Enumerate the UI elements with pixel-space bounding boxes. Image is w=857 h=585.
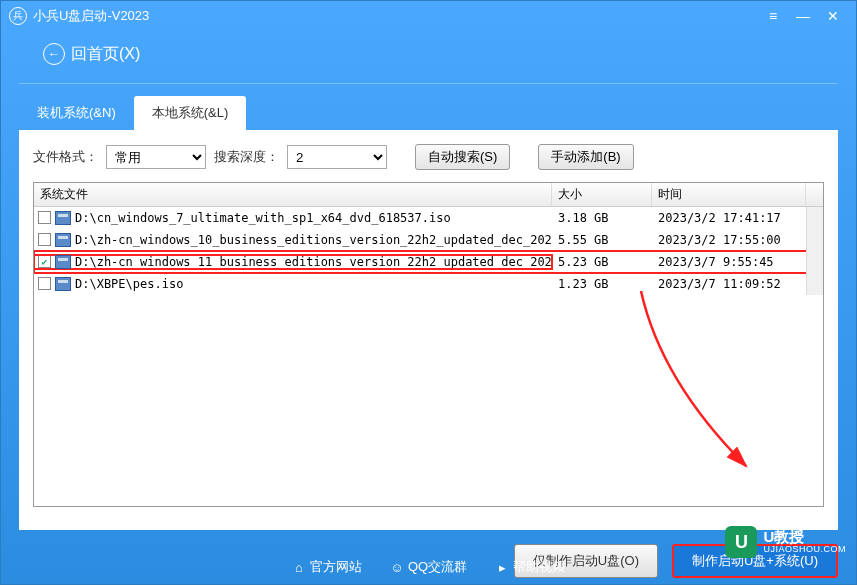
- scrollbar[interactable]: [806, 207, 823, 295]
- menu-icon[interactable]: ≡: [758, 1, 788, 31]
- video-icon: ▸: [495, 560, 509, 574]
- col-scroll-gutter: [806, 183, 823, 206]
- col-time[interactable]: 时间: [652, 183, 806, 206]
- qq-group-link[interactable]: ☺QQ交流群: [390, 558, 467, 576]
- back-button[interactable]: ← 回首页(X): [19, 31, 838, 84]
- file-time: 2023/3/2 17:55:00: [652, 233, 823, 247]
- row-checkbox[interactable]: [38, 233, 51, 246]
- file-path: D:\zh-cn_windows_10_business_editions_ve…: [75, 233, 552, 247]
- back-arrow-icon: ←: [43, 43, 65, 65]
- help-video-link[interactable]: ▸帮助视频: [495, 558, 565, 576]
- search-depth-label: 搜索深度：: [214, 148, 279, 166]
- manual-add-button[interactable]: 手动添加(B): [538, 144, 633, 170]
- home-icon: ⌂: [292, 560, 306, 574]
- app-window: 兵 小兵U盘启动-V2023 ≡ — ✕ ← 回首页(X) 装机系统(&N) 本…: [0, 0, 857, 585]
- disk-icon: [55, 211, 71, 225]
- row-checkbox[interactable]: ✔: [38, 255, 51, 268]
- table-header: 系统文件 大小 时间: [34, 183, 823, 207]
- disk-icon: [55, 255, 71, 269]
- file-path: D:\XBPE\pes.iso: [75, 277, 183, 291]
- file-path: D:\zh-cn_windows_11_business_editions_ve…: [75, 255, 552, 269]
- filter-bar: 文件格式： 常用 搜索深度： 2 自动搜索(S) 手动添加(B): [33, 144, 824, 170]
- app-title: 小兵U盘启动-V2023: [33, 7, 149, 25]
- file-time: 2023/3/2 17:41:17: [652, 211, 823, 225]
- tab-local-system[interactable]: 本地系统(&L): [134, 96, 247, 130]
- auto-search-button[interactable]: 自动搜索(S): [415, 144, 510, 170]
- official-site-link[interactable]: ⌂官方网站: [292, 558, 362, 576]
- tab-bar: 装机系统(&N) 本地系统(&L): [19, 96, 838, 130]
- annotation-arrow: [631, 281, 771, 481]
- file-size: 3.18 GB: [552, 211, 652, 225]
- file-format-label: 文件格式：: [33, 148, 98, 166]
- titlebar: 兵 小兵U盘启动-V2023 ≡ — ✕: [1, 1, 856, 31]
- table-row[interactable]: D:\cn_windows_7_ultimate_with_sp1_x64_dv…: [34, 207, 823, 229]
- watermark-url: UJIAOSHOU.COM: [763, 545, 846, 555]
- watermark-badge-icon: U: [725, 526, 757, 558]
- file-size: 5.23 GB: [552, 255, 652, 269]
- footer-links: ⌂官方网站 ☺QQ交流群 ▸帮助视频: [1, 558, 856, 576]
- file-path: D:\cn_windows_7_ultimate_with_sp1_x64_dv…: [75, 211, 451, 225]
- col-size[interactable]: 大小: [552, 183, 652, 206]
- search-depth-select[interactable]: 2: [287, 145, 387, 169]
- qq-icon: ☺: [390, 560, 404, 574]
- row-checkbox[interactable]: [38, 277, 51, 290]
- minimize-icon[interactable]: —: [788, 1, 818, 31]
- back-label: 回首页(X): [71, 44, 140, 65]
- app-icon: 兵: [9, 7, 27, 25]
- row-checkbox[interactable]: [38, 211, 51, 224]
- watermark: U U教授 UJIAOSHOU.COM: [725, 526, 846, 558]
- table-row[interactable]: ✔ D:\zh-cn_windows_11_business_editions_…: [34, 251, 823, 273]
- close-icon[interactable]: ✕: [818, 1, 848, 31]
- tab-install-system[interactable]: 装机系统(&N): [19, 96, 134, 130]
- disk-icon: [55, 277, 71, 291]
- file-time: 2023/3/7 9:55:45: [652, 255, 823, 269]
- watermark-brand: U教授: [763, 529, 846, 546]
- file-size: 5.55 GB: [552, 233, 652, 247]
- col-file[interactable]: 系统文件: [34, 183, 552, 206]
- disk-icon: [55, 233, 71, 247]
- table-row[interactable]: D:\zh-cn_windows_10_business_editions_ve…: [34, 229, 823, 251]
- file-format-select[interactable]: 常用: [106, 145, 206, 169]
